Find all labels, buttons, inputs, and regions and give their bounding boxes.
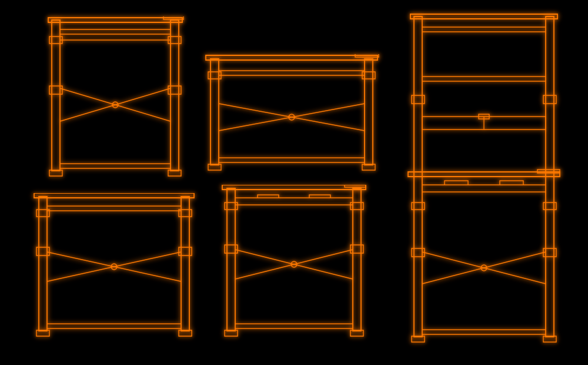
view-a xyxy=(46,16,185,177)
svg-rect-21 xyxy=(365,59,373,165)
view-d xyxy=(33,193,195,337)
svg-rect-20 xyxy=(211,59,219,165)
svg-rect-24 xyxy=(206,55,377,60)
svg-rect-8 xyxy=(48,18,182,22)
view-b xyxy=(203,54,380,171)
svg-rect-80 xyxy=(408,172,560,177)
svg-rect-2 xyxy=(52,20,60,171)
view-e xyxy=(221,185,367,337)
blueprint-canvas xyxy=(0,0,588,365)
svg-rect-70 xyxy=(410,14,557,19)
svg-rect-81 xyxy=(537,170,560,173)
view-c xyxy=(407,13,561,343)
svg-rect-41 xyxy=(34,193,194,198)
svg-rect-3 xyxy=(171,20,179,171)
